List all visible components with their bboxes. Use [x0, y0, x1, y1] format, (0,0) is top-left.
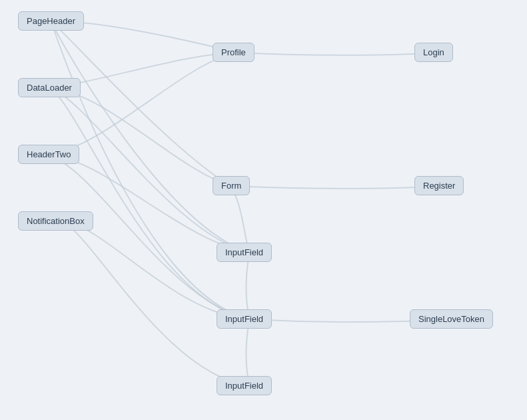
node-Login[interactable]: Login	[414, 43, 453, 62]
node-InputField2[interactable]: InputField	[217, 309, 272, 329]
node-SingleLoveToken[interactable]: SingleLoveToken	[410, 309, 493, 329]
node-HeaderTwo[interactable]: HeaderTwo	[18, 145, 79, 164]
edge-Form-Register	[231, 186, 442, 189]
edge-DataLoader-Form	[51, 88, 231, 186]
graph-canvas: .edge { fill: none; stroke: #c0cad5; str…	[0, 0, 527, 420]
node-Form[interactable]: Form	[213, 176, 250, 195]
node-DataLoader[interactable]: DataLoader	[18, 78, 81, 97]
node-PageHeader[interactable]: PageHeader	[18, 11, 84, 31]
node-NotificationBox[interactable]: NotificationBox	[18, 211, 93, 231]
node-InputField1[interactable]: InputField	[217, 243, 272, 262]
edge-Profile-Login	[238, 53, 435, 55]
node-InputField3[interactable]: InputField	[217, 376, 272, 395]
edge-NotificationBox-InputField2	[63, 221, 249, 319]
node-Register[interactable]: Register	[414, 176, 464, 195]
edge-DataLoader-InputField2	[51, 88, 250, 319]
node-Profile[interactable]: Profile	[213, 43, 255, 62]
